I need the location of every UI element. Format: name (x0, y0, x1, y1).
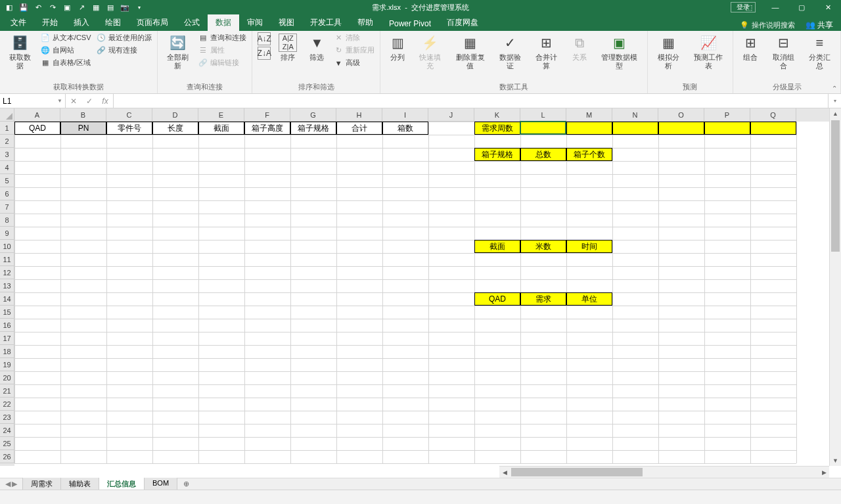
get-data-button[interactable]: 🗄️ 获取数据 (4, 32, 37, 72)
tab-help[interactable]: 帮助 (350, 14, 381, 31)
cell-M3[interactable]: 箱子个数 (566, 148, 612, 161)
hscroll-thumb[interactable] (511, 468, 643, 476)
row-header-14[interactable]: 14 (0, 292, 14, 306)
tab-developer[interactable]: 开发工具 (302, 14, 350, 31)
flash-fill-button[interactable]: ⚡快速填充 (413, 32, 447, 72)
cell-C1[interactable]: 零件号 (106, 122, 152, 135)
column-header-P[interactable]: P (704, 108, 750, 122)
row-header-12[interactable]: 12 (0, 266, 14, 279)
scroll-left-icon[interactable]: ◀ (499, 467, 510, 478)
column-header-L[interactable]: L (520, 108, 566, 122)
tab-baidu[interactable]: 百度网盘 (439, 14, 486, 31)
column-header-G[interactable]: G (290, 108, 336, 122)
column-header-B[interactable]: B (60, 108, 106, 122)
redo-icon[interactable]: ↷ (47, 2, 58, 12)
sort-button[interactable]: A|ZZ|A排序 (275, 32, 301, 63)
relationships-button[interactable]: ⧉关系 (566, 32, 593, 63)
horizontal-scrollbar[interactable]: ◀ ▶ (499, 466, 829, 478)
tab-insert[interactable]: 插入 (66, 14, 97, 31)
edit-links-button[interactable]: 🔗编辑链接 (197, 57, 248, 68)
scroll-right-icon[interactable]: ▶ (819, 467, 829, 478)
row-header-10[interactable]: 10 (0, 240, 14, 253)
row-header-24[interactable]: 24 (0, 424, 14, 437)
qat-icon[interactable]: ▤ (105, 2, 116, 12)
name-box[interactable]: L1 ▼ (0, 94, 66, 108)
ungroup-button[interactable]: ⊟取消组合 (766, 32, 800, 72)
tab-view[interactable]: 视图 (271, 14, 302, 31)
tab-page-layout[interactable]: 页面布局 (129, 14, 176, 31)
row-header-16[interactable]: 16 (0, 319, 14, 332)
column-header-Q[interactable]: Q (750, 108, 796, 122)
sheet-tab-1[interactable]: 周需求 (22, 478, 61, 491)
row-header-21[interactable]: 21 (0, 384, 14, 398)
expand-formula-bar-icon[interactable]: ▾ (828, 94, 841, 108)
select-all-button[interactable] (0, 108, 14, 122)
qat-icon[interactable]: ▦ (91, 2, 101, 12)
row-header-6[interactable]: 6 (0, 187, 14, 200)
cell-O1[interactable] (658, 122, 704, 135)
qat-icon[interactable]: ▣ (62, 2, 72, 12)
autosave-icon[interactable]: ◧ (4, 2, 14, 12)
existing-connections-button[interactable]: 🔗现有连接 (95, 45, 153, 56)
cell-D1[interactable]: 长度 (152, 122, 198, 135)
sheet-tab-3[interactable]: 汇总信息 (99, 478, 145, 491)
qat-icon[interactable]: ↗ (76, 2, 87, 12)
maximize-icon[interactable]: ▢ (788, 0, 815, 14)
tab-formulas[interactable]: 公式 (176, 14, 208, 31)
cell-L14[interactable]: 需求 (520, 292, 566, 306)
tab-file[interactable]: 文件 (3, 14, 34, 31)
sheet-nav-prev-icon[interactable]: ◀ (5, 480, 11, 488)
name-box-dropdown-icon[interactable]: ▼ (57, 98, 62, 104)
close-icon[interactable]: ✕ (815, 0, 841, 14)
enter-formula-icon[interactable]: ✓ (81, 97, 97, 106)
cell-L10[interactable]: 米数 (520, 240, 566, 253)
cell-H1[interactable]: 合计 (336, 122, 382, 135)
row-header-25[interactable]: 25 (0, 437, 14, 450)
column-header-O[interactable]: O (658, 108, 704, 122)
text-to-columns-button[interactable]: ▥分列 (384, 32, 411, 63)
column-header-C[interactable]: C (106, 108, 152, 122)
save-icon[interactable]: 💾 (18, 2, 29, 12)
cell-K3[interactable]: 箱子规格 (474, 148, 520, 161)
column-header-N[interactable]: N (612, 108, 658, 122)
cell-A1[interactable]: QAD (14, 122, 60, 135)
cells[interactable]: QADPN零件号长度截面箱子高度箱子规格合计箱数需求周数箱子规格总数箱子个数截面… (14, 122, 829, 466)
row-header-11[interactable]: 11 (0, 253, 14, 266)
qat-more-icon[interactable]: ▾ (134, 2, 145, 12)
refresh-all-button[interactable]: 🔄 全部刷新 (162, 32, 195, 72)
cell-M10[interactable]: 时间 (566, 240, 612, 253)
row-header-8[interactable]: 8 (0, 214, 14, 227)
cell-Q1[interactable] (750, 122, 796, 135)
tab-review[interactable]: 审阅 (239, 14, 271, 31)
advanced-button[interactable]: ▼高级 (332, 57, 376, 68)
cell-P1[interactable] (704, 122, 750, 135)
row-header-15[interactable]: 15 (0, 306, 14, 319)
tab-draw[interactable]: 绘图 (97, 14, 129, 31)
data-validation-button[interactable]: ✓数据验证 (493, 32, 527, 72)
forecast-sheet-button[interactable]: 📈预测工作表 (688, 32, 729, 72)
add-sheet-button[interactable]: ⊕ (177, 480, 196, 488)
properties-button[interactable]: ☰属性 (197, 45, 248, 56)
column-header-K[interactable]: K (474, 108, 520, 122)
sheet-tab-2[interactable]: 辅助表 (60, 478, 99, 491)
row-header-19[interactable]: 19 (0, 358, 14, 371)
scroll-up-icon[interactable]: ▲ (830, 108, 841, 119)
filter-button[interactable]: ▼筛选 (304, 32, 330, 63)
cell-K10[interactable]: 截面 (474, 240, 520, 253)
cell-N1[interactable] (612, 122, 658, 135)
vertical-scrollbar[interactable]: ▲ ▼ (829, 108, 841, 466)
fx-icon[interactable]: fx (97, 97, 113, 106)
row-header-23[interactable]: 23 (0, 411, 14, 424)
row-header-9[interactable]: 9 (0, 227, 14, 240)
from-web-button[interactable]: 🌐自网站 (39, 45, 93, 56)
row-header-26[interactable]: 26 (0, 450, 14, 463)
collapse-ribbon-icon[interactable]: ⌃ (832, 85, 837, 92)
sheet-tab-4[interactable]: BOM (144, 478, 177, 491)
row-header-7[interactable]: 7 (0, 200, 14, 214)
cell-M1[interactable] (566, 122, 612, 135)
row-header-13[interactable]: 13 (0, 279, 14, 292)
cell-B1[interactable]: PN (60, 122, 106, 135)
cell-K14[interactable]: QAD (474, 292, 520, 306)
from-table-button[interactable]: ▦自表格/区域 (39, 57, 93, 68)
group-button[interactable]: ⊞组合 (737, 32, 763, 63)
